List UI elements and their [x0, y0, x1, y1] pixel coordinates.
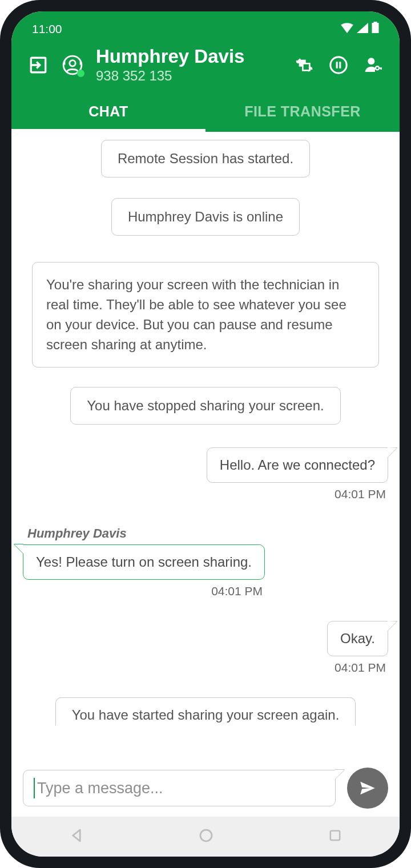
system-message: Remote Session has started. [101, 140, 310, 177]
nav-recent-icon[interactable] [327, 827, 343, 846]
status-time: 11:00 [32, 22, 62, 36]
chat-body[interactable]: Remote Session has started. Humphrey Dav… [11, 132, 400, 762]
wifi-icon [341, 22, 353, 36]
system-message: You have started sharing your screen aga… [55, 697, 356, 725]
swap-screen-icon[interactable] [293, 54, 315, 76]
svg-point-10 [368, 58, 374, 64]
svg-rect-1 [374, 22, 377, 23]
message-input[interactable]: Type a message... [23, 770, 336, 806]
send-button[interactable] [347, 768, 388, 809]
incoming-message: Yes! Please turn on screen sharing. [23, 544, 265, 580]
header-title: Humphrey Davis [96, 46, 281, 67]
header: 11:00 [11, 11, 400, 132]
incoming-sender: Humphrey Davis [27, 526, 265, 541]
system-message: You're sharing your screen with the tech… [32, 262, 379, 368]
online-status-dot-icon [77, 70, 84, 77]
pause-icon[interactable] [328, 54, 349, 76]
message-timestamp: 04:01 PM [335, 487, 386, 501]
screen: 11:00 [11, 11, 400, 857]
nav-home-icon[interactable] [198, 827, 215, 846]
svg-point-4 [70, 60, 75, 66]
user-key-icon[interactable] [362, 54, 384, 76]
nav-back-icon[interactable] [68, 827, 85, 846]
message-input-placeholder: Type a message... [37, 780, 163, 797]
send-icon [358, 778, 377, 798]
svg-point-11 [376, 66, 379, 70]
text-caret-icon [34, 778, 35, 798]
svg-point-7 [331, 57, 346, 73]
message-timestamp: 04:01 PM [211, 584, 263, 598]
message-timestamp: 04:01 PM [335, 661, 386, 675]
svg-rect-13 [331, 831, 340, 840]
cellular-icon [357, 22, 368, 36]
svg-rect-0 [372, 23, 379, 33]
app-bar: Humphrey Davis 938 352 135 [11, 41, 400, 93]
battery-icon [372, 22, 379, 36]
system-message: Humphrey Davis is online [111, 198, 300, 236]
svg-point-12 [200, 830, 212, 841]
svg-rect-6 [303, 63, 309, 70]
agent-avatar-icon[interactable] [62, 54, 83, 76]
exit-icon[interactable] [27, 54, 49, 76]
outgoing-message: Okay. [327, 621, 388, 656]
outgoing-message: Hello. Are we connected? [207, 447, 388, 483]
tab-file-transfer[interactable]: FILE TRANSFER [206, 93, 400, 132]
tab-chat[interactable]: CHAT [11, 93, 206, 132]
header-subtitle: 938 352 135 [96, 68, 281, 84]
system-message: You have stopped sharing your screen. [70, 387, 340, 425]
composer: Type a message... [11, 762, 400, 817]
tabs: CHAT FILE TRANSFER [11, 93, 400, 132]
android-nav-bar [11, 817, 400, 857]
status-bar: 11:00 [11, 11, 400, 41]
phone-frame: 11:00 [0, 0, 411, 868]
